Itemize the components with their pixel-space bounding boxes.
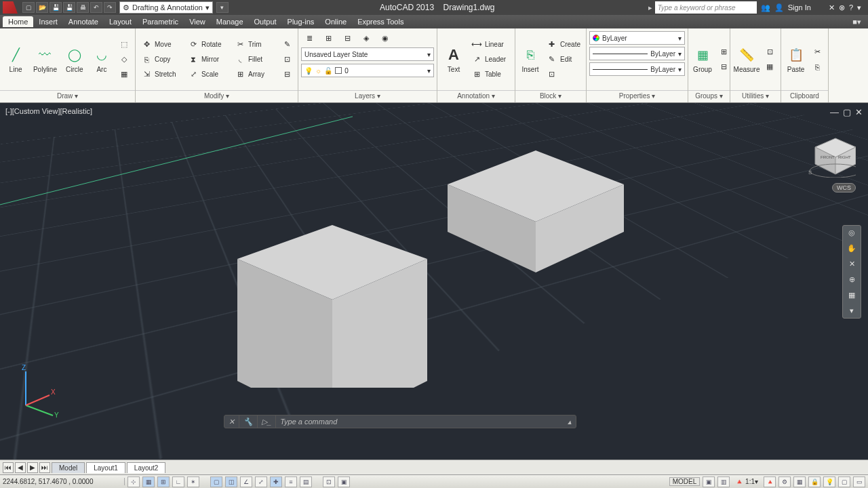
ortho-btn[interactable]: ∟ — [172, 476, 184, 487]
rotate-button[interactable]: ⟳Rotate — [185, 38, 231, 52]
measure-button[interactable]: 📏Measure — [733, 44, 760, 75]
tab-annotate[interactable]: Annotate — [63, 16, 104, 27]
array-button[interactable]: ⊞Array — [232, 68, 277, 81]
util-extra1[interactable]: ⊡ — [762, 45, 778, 59]
status-b4[interactable]: ▦ — [793, 476, 806, 487]
qat-dropdown[interactable]: ▾ — [216, 2, 229, 13]
ucs-icon[interactable]: Z Y X — [12, 365, 66, 419]
arc-button[interactable]: ◡Arc — [89, 44, 115, 75]
layer-btn3[interactable]: ⊟ — [339, 31, 355, 45]
cube-right[interactable] — [434, 117, 637, 279]
qp-btn[interactable]: ⊡ — [323, 476, 335, 487]
view-label[interactable]: [-][Custom View][Realistic] — [5, 107, 92, 115]
tab-home[interactable]: Home — [3, 16, 33, 27]
status-b2[interactable]: ▥ — [717, 476, 730, 487]
ducs-btn[interactable]: ⤢ — [255, 476, 267, 487]
group-extra1[interactable]: ⊞ — [715, 45, 732, 59]
sc-btn[interactable]: ▣ — [338, 476, 350, 487]
draw-extra1[interactable]: ⬚ — [116, 38, 132, 52]
model-toggle[interactable]: MODEL — [669, 477, 701, 486]
block-extra[interactable]: ⊡ — [544, 68, 583, 81]
qat-new[interactable]: ▢ — [22, 2, 35, 13]
title-chevron[interactable]: ▾ — [857, 3, 861, 12]
cmd-expand-icon[interactable]: ▴ — [564, 415, 576, 428]
tab-layout1[interactable]: Layout1 — [86, 462, 125, 473]
anno-scale[interactable]: 🔺 1:1▾ — [732, 478, 761, 485]
group-button[interactable]: ▦Group — [691, 44, 714, 75]
orbit-icon[interactable]: ⊕ — [849, 275, 855, 284]
showmotion-icon[interactable]: ▦ — [848, 291, 855, 300]
tab-express[interactable]: Express Tools — [352, 16, 409, 27]
vp-minimize[interactable]: — — [830, 107, 839, 117]
trim-button[interactable]: ✂Trim — [232, 38, 277, 52]
vp-maximize[interactable]: ▢ — [843, 107, 851, 117]
pan-icon[interactable]: ✋ — [847, 244, 856, 253]
ltype-dropdown[interactable]: ByLayer▾ — [589, 62, 685, 76]
wcs-badge[interactable]: WCS — [832, 183, 856, 192]
insert-button[interactable]: ⎘Insert — [518, 44, 542, 75]
panel-draw-title[interactable]: Draw ▾ — [0, 90, 135, 102]
exchange2-icon[interactable]: ⊗ — [839, 3, 845, 12]
otrack-btn[interactable]: ∠ — [240, 476, 252, 487]
linear-button[interactable]: ⟷Linear — [469, 38, 509, 52]
status-b6[interactable]: 💡 — [823, 476, 835, 487]
status-b7[interactable]: ▢ — [838, 476, 850, 487]
copy-button[interactable]: ⎘Copy — [138, 53, 184, 66]
exchange-icon[interactable]: ✕ — [829, 3, 835, 12]
mirror-button[interactable]: ⧗Mirror — [185, 53, 231, 66]
circle-button[interactable]: ◯Circle — [62, 44, 87, 75]
tab-last[interactable]: ⏭ — [39, 462, 50, 473]
modify-extra2[interactable]: ⊡ — [279, 53, 295, 66]
viewport[interactable]: [-][Custom View][Realistic] — ▢ ✕ FRONT … — [0, 103, 868, 460]
panel-properties-title[interactable]: Properties ▾ — [587, 90, 688, 102]
vp-close[interactable]: ✕ — [855, 107, 863, 117]
draw-extra3[interactable]: ▦ — [116, 68, 132, 81]
qat-print[interactable]: 🖶 — [77, 2, 89, 13]
layer-btn4[interactable]: ◈ — [358, 31, 374, 45]
panel-clipboard-title[interactable]: Clipboard — [781, 90, 828, 102]
tab-model[interactable]: Model — [52, 462, 85, 473]
polyline-button[interactable]: 〰Polyline — [30, 44, 60, 75]
ws-btn[interactable]: ⚙ — [778, 476, 791, 487]
snap-btn[interactable]: ▦ — [142, 476, 155, 487]
lwt-btn[interactable]: ≡ — [285, 476, 297, 487]
fillet-button[interactable]: ◟Fillet — [232, 53, 277, 66]
move-button[interactable]: ✥Move — [138, 38, 184, 52]
lweight-dropdown[interactable]: ByLayer▾ — [589, 47, 685, 60]
osnap-btn[interactable]: ▢ — [210, 476, 222, 487]
group-extra2[interactable]: ⊟ — [715, 60, 732, 74]
layer-current-dropdown[interactable]: 💡 ☼ 🔓 0▾ — [301, 64, 434, 77]
tab-next[interactable]: ▶ — [27, 462, 38, 473]
paste-button[interactable]: 📋Paste — [784, 44, 808, 75]
account-icon[interactable]: 👥 — [761, 3, 770, 12]
search-input[interactable]: Type a keyword or phrase — [655, 1, 757, 14]
create-button[interactable]: ✚Create — [544, 38, 583, 52]
text-button[interactable]: AText — [440, 44, 467, 75]
util-extra2[interactable]: ▦ — [762, 60, 778, 74]
qat-save[interactable]: 💾 — [50, 2, 62, 13]
status-b1[interactable]: ▣ — [703, 476, 715, 487]
command-line[interactable]: ✕ 🔧 ▷_ Type a command ▴ — [224, 415, 576, 428]
app-logo[interactable] — [3, 1, 18, 14]
tab-manage[interactable]: Manage — [211, 16, 249, 27]
viewcube[interactable]: FRONT RIGHT S E — [802, 130, 856, 178]
infer-btn[interactable]: ⊹ — [127, 476, 140, 487]
draw-extra2[interactable]: ◇ — [116, 53, 132, 66]
search-chevron-icon[interactable]: ▸ — [648, 3, 652, 12]
tab-prev[interactable]: ◀ — [15, 462, 26, 473]
qat-undo[interactable]: ↶ — [90, 2, 102, 13]
cmd-close-icon[interactable]: ✕ — [224, 415, 239, 428]
help-icon[interactable]: ? — [849, 3, 853, 12]
stretch-button[interactable]: ⇲Stretch — [138, 68, 184, 81]
panel-groups-title[interactable]: Groups ▾ — [688, 90, 730, 102]
cube-left[interactable] — [217, 157, 448, 388]
scale-button[interactable]: ⤢Scale — [185, 68, 231, 81]
tab-online[interactable]: Online — [319, 16, 352, 27]
modify-extra1[interactable]: ✎ — [279, 38, 295, 52]
clip-extra1[interactable]: ✂ — [809, 45, 825, 59]
cmd-settings-icon[interactable]: 🔧 — [239, 415, 258, 428]
panel-block-title[interactable]: Block ▾ — [515, 90, 586, 102]
tab-view[interactable]: View — [184, 16, 211, 27]
table-button[interactable]: ⊞Table — [469, 68, 509, 81]
clip-extra2[interactable]: ⎘ — [809, 60, 825, 74]
